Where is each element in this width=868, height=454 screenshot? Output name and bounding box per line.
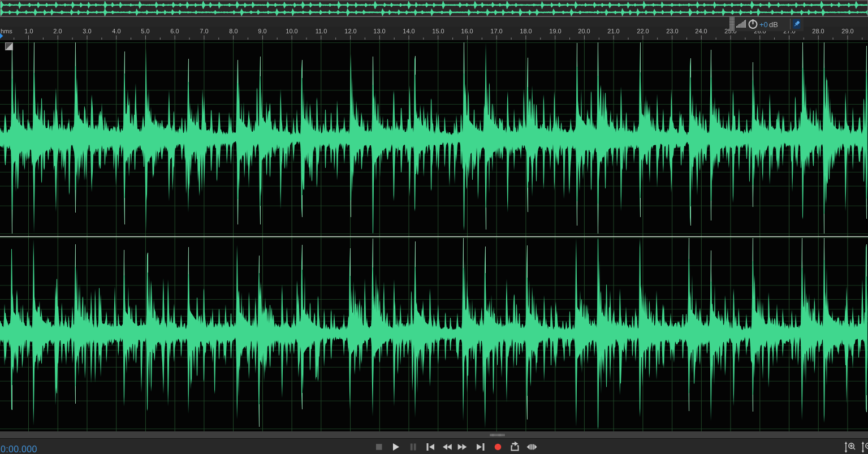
svg-text:dB: dB xyxy=(769,20,778,29)
svg-text:+0: +0 xyxy=(759,20,768,29)
